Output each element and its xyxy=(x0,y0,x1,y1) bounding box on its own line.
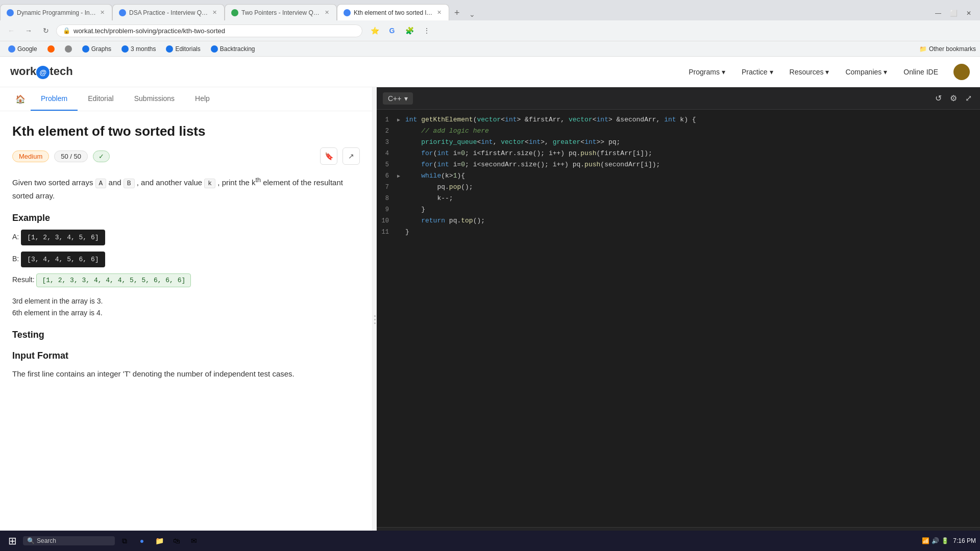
tab-2-close[interactable]: ✕ xyxy=(211,8,218,17)
close-window-button[interactable]: ✕ xyxy=(962,6,976,20)
problem-description: Given two sorted arrays A and B , and an… xyxy=(12,175,360,203)
taskbar-mail[interactable]: ✉ xyxy=(186,533,202,548)
tab-4-close[interactable]: ✕ xyxy=(436,8,443,17)
code-line-8: 8 k--; xyxy=(377,193,980,205)
nav-online-ide[interactable]: Online IDE xyxy=(896,65,945,79)
bookmark-google-icon xyxy=(8,45,15,53)
share-icon-btn[interactable]: ↗ xyxy=(342,147,360,165)
code-line-7: 7 pq.pop(); xyxy=(377,182,980,193)
fullscreen-button[interactable]: ⤢ xyxy=(963,91,974,105)
line-content-9: } xyxy=(405,205,980,216)
taskbar-explorer[interactable]: 📁 xyxy=(152,533,167,548)
code-line-1: 1 ▶ int getKthElement(vector<int> &first… xyxy=(377,115,980,126)
tab-2[interactable]: DSA Practice - Interview Questio... ✕ xyxy=(112,4,225,20)
bookmark-3[interactable] xyxy=(61,44,76,54)
tab-help[interactable]: Help xyxy=(185,87,220,111)
bookmark-3months[interactable]: 3 months xyxy=(117,44,160,54)
nav-companies[interactable]: Companies ▾ xyxy=(838,65,894,79)
action-icons: 🔖 ↗ xyxy=(320,147,360,165)
bookmark-2[interactable] xyxy=(43,44,59,54)
nav-resources[interactable]: Resources ▾ xyxy=(782,65,837,79)
tab-editorial[interactable]: Editorial xyxy=(78,87,124,111)
taskbar-task-view[interactable]: ⧉ xyxy=(117,533,132,548)
sub-tabs: 🏠 Problem Editorial Submissions Help xyxy=(0,87,372,111)
extensions-icon[interactable]: 🧩 xyxy=(402,23,416,38)
refresh-button[interactable]: ↻ xyxy=(39,23,53,38)
solved-badge: ✓ xyxy=(93,151,110,162)
back-button[interactable]: ← xyxy=(4,23,18,38)
nav-practice[interactable]: Practice ▾ xyxy=(734,65,780,79)
home-tab[interactable]: 🏠 xyxy=(10,88,31,110)
bookmark-icon-btn[interactable]: 🔖 xyxy=(320,147,337,165)
right-panel: C++ ▾ ↺ ⚙ ⤢ 1 ▶ int getKthElement(vector… xyxy=(377,87,980,551)
tab-4[interactable]: Kth element of two sorted lists |... ✕ xyxy=(337,4,449,20)
note-1: 3rd element in the array is 3. xyxy=(12,295,360,308)
tab-problem[interactable]: Problem xyxy=(31,87,78,111)
tab-3-close[interactable]: ✕ xyxy=(324,8,330,17)
code-line-6: 6 ▶ while(k>1){ xyxy=(377,171,980,182)
other-bookmarks[interactable]: 📁 Other bookmarks xyxy=(919,45,976,53)
tab-3-title: Two Pointers - Interview Questio... xyxy=(241,9,321,16)
maximize-button[interactable]: ⬜ xyxy=(946,6,961,20)
chevron-down-icon: ▾ xyxy=(884,68,887,76)
line-number-11: 11 xyxy=(377,227,397,238)
line-number-8: 8 xyxy=(377,193,397,205)
result-label: Result: [1, 2, 3, 3, 4, 4, 4, 5, 5, 6, 6… xyxy=(12,273,360,292)
tab-2-favicon xyxy=(119,9,126,16)
site-logo[interactable]: work@tech xyxy=(10,65,73,79)
settings-button[interactable]: ⚙ xyxy=(948,91,959,105)
th-superscript: th xyxy=(256,177,261,184)
code-editor[interactable]: 1 ▶ int getKthElement(vector<int> &first… xyxy=(377,110,980,527)
tab-3[interactable]: Two Pointers - Interview Questio... ✕ xyxy=(225,4,337,20)
volume-icon: 🔊 xyxy=(932,537,939,544)
google-account-icon[interactable]: G xyxy=(385,23,399,38)
tab-submissions[interactable]: Submissions xyxy=(124,87,185,111)
line-content-8: k--; xyxy=(405,193,980,205)
example-b-value: [3, 4, 4, 5, 6, 6] xyxy=(21,252,105,267)
result-value: [1, 2, 3, 3, 4, 4, 4, 5, 5, 6, 6, 6] xyxy=(36,273,191,287)
tab-overflow-button[interactable]: ⌄ xyxy=(465,8,479,20)
bookmark-backtracking[interactable]: Backtracking xyxy=(207,44,259,54)
tab-3-favicon xyxy=(231,9,238,16)
taskbar-store[interactable]: 🛍 xyxy=(169,533,184,548)
tab-2-title: DSA Practice - Interview Questio... xyxy=(129,9,208,16)
example-a-value: [1, 2, 3, 4, 5, 6] xyxy=(21,230,105,245)
line-content-3: priority_queue<int, vector<int>, greater… xyxy=(405,137,980,148)
line-arrow-11 xyxy=(397,227,405,238)
panel-divider[interactable] xyxy=(373,87,377,551)
taskbar-search[interactable]: 🔍 Search xyxy=(23,536,115,545)
code-line-5: 5 for(int i=0; i<secondArr.size(); i++) … xyxy=(377,160,980,171)
user-avatar[interactable] xyxy=(953,64,970,80)
input-format-title: Input Format xyxy=(12,350,360,361)
line-arrow-8 xyxy=(397,193,405,205)
line-content-11: } xyxy=(405,227,980,238)
menu-icon[interactable]: ⋮ xyxy=(420,23,434,38)
url-bar[interactable]: 🔒 workat.tech/problem-solving/practice/k… xyxy=(56,24,362,37)
start-button[interactable]: ⊞ xyxy=(4,535,21,547)
chevron-down-icon: ▾ xyxy=(722,68,725,76)
bookmark-graphs[interactable]: Graphs xyxy=(78,44,115,54)
tab-1-title: Dynamic Programming - Interv... xyxy=(17,9,96,16)
line-arrow-6: ▶ xyxy=(397,171,405,182)
bookmark-editorials-label: Editorials xyxy=(175,45,200,53)
language-selector[interactable]: C++ ▾ xyxy=(383,92,413,105)
tab-1[interactable]: Dynamic Programming - Interv... ✕ xyxy=(0,4,112,20)
bookmark-google[interactable]: Google xyxy=(4,44,41,54)
example-b-label: B: [3, 4, 4, 5, 6, 6] xyxy=(12,252,360,270)
new-tab-button[interactable]: + xyxy=(449,6,465,20)
line-content-5: for(int i=0; i<secondArr.size(); i++) pq… xyxy=(405,160,980,171)
reset-code-button[interactable]: ↺ xyxy=(933,91,944,105)
taskbar-chrome[interactable]: ● xyxy=(134,533,150,548)
page: work@tech Programs ▾ Practice ▾ Resource… xyxy=(0,57,980,551)
minimize-button[interactable]: — xyxy=(931,6,945,20)
share-icon[interactable]: ⭐ xyxy=(368,23,382,38)
tab-4-title: Kth element of two sorted lists |... xyxy=(354,9,433,16)
tab-1-close[interactable]: ✕ xyxy=(99,8,106,17)
nav-programs[interactable]: Programs ▾ xyxy=(681,65,732,79)
bookmark-editorials[interactable]: Editorials xyxy=(162,44,204,54)
bookmark-3-icon xyxy=(65,45,72,53)
taskbar: ⊞ 🔍 Search ⧉ ● 📁 🛍 ✉ 📶 🔊 🔋 7:16 PM xyxy=(0,531,980,551)
forward-button[interactable]: → xyxy=(21,23,36,38)
bookmark-google-label: Google xyxy=(17,45,37,53)
line-number-2: 2 xyxy=(377,126,397,137)
